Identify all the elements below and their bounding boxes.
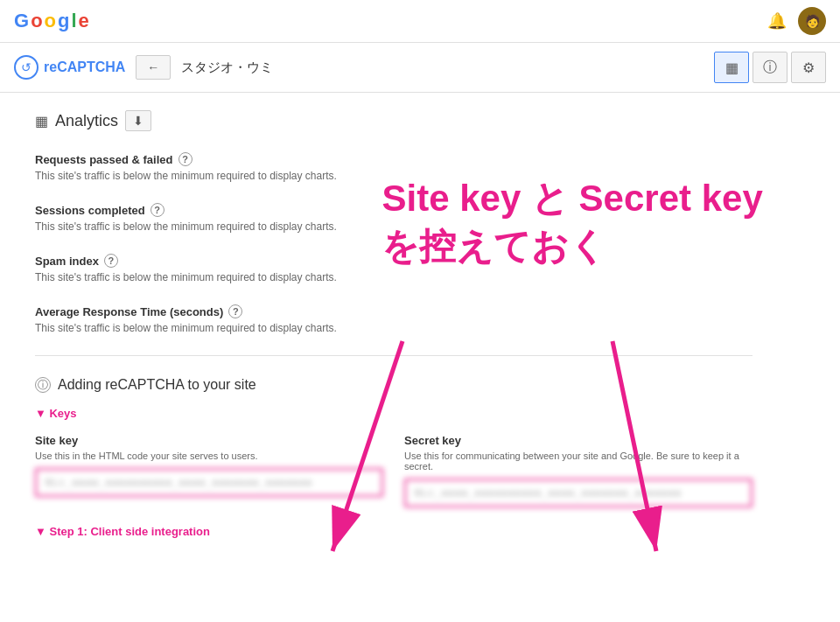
gear-icon: ⚙ bbox=[802, 59, 815, 76]
info-nav-button[interactable]: ⓘ bbox=[752, 52, 788, 83]
secret-key-desc: Use this for communicating between your … bbox=[404, 451, 752, 472]
info-icon-nav: ⓘ bbox=[763, 59, 777, 77]
site-key-input[interactable] bbox=[35, 468, 383, 497]
recaptcha-icon: ↺ bbox=[14, 55, 38, 80]
site-name: スタジオ・ウミ bbox=[181, 59, 273, 76]
keys-toggle[interactable]: ▼ Keys bbox=[35, 407, 752, 420]
secret-key-field: Secret key Use this for communicating be… bbox=[404, 434, 752, 507]
help-icon-response[interactable]: ? bbox=[228, 304, 242, 318]
logo-g: G bbox=[14, 10, 29, 32]
info-icon-adding: ⓘ bbox=[35, 377, 51, 393]
analytics-item-title-spam: Spam index ? bbox=[35, 254, 752, 268]
recaptcha-logo: ↺ reCAPTCHA bbox=[14, 55, 125, 80]
adding-section: ⓘ Adding reCAPTCHA to your site ▼ Keys S… bbox=[35, 377, 752, 538]
analytics-item-title-sessions: Sessions completed ? bbox=[35, 203, 752, 217]
analytics-header: ▦ Analytics ⬇ bbox=[35, 110, 752, 131]
secret-key-label: Secret key bbox=[404, 434, 752, 447]
avatar-image: 🧑 bbox=[805, 14, 820, 28]
analytics-item-title-requests: Requests passed & failed ? bbox=[35, 152, 752, 166]
divider bbox=[35, 355, 752, 356]
logo-o1: o bbox=[31, 10, 42, 32]
bar-chart-icon: ▦ bbox=[725, 59, 738, 76]
back-button[interactable]: ← bbox=[136, 55, 171, 80]
avatar[interactable]: 🧑 bbox=[798, 7, 826, 35]
adding-title: ⓘ Adding reCAPTCHA to your site bbox=[35, 377, 752, 393]
analytics-item-desc-requests: This site's traffic is below the minimum… bbox=[35, 170, 752, 182]
second-nav-right: ▦ ⓘ ⚙ bbox=[714, 52, 826, 83]
recaptcha-label: reCAPTCHA bbox=[44, 59, 125, 75]
secret-key-input[interactable] bbox=[404, 479, 752, 507]
analytics-bar-icon: ▦ bbox=[35, 113, 48, 129]
analytics-items: Requests passed & failed ? This site's t… bbox=[35, 152, 752, 334]
site-key-label: Site key bbox=[35, 434, 383, 447]
site-key-field: Site key Use this in the HTML code your … bbox=[35, 434, 383, 507]
analytics-item-desc-spam: This site's traffic is below the minimum… bbox=[35, 271, 752, 283]
keys-content: Site key Use this in the HTML code your … bbox=[35, 434, 752, 507]
second-nav: ↺ reCAPTCHA ← スタジオ・ウミ ▦ ⓘ ⚙ bbox=[0, 43, 840, 93]
help-icon-sessions[interactable]: ? bbox=[150, 203, 164, 217]
main-content: ▦ Analytics ⬇ Requests passed & failed ?… bbox=[0, 93, 788, 556]
logo-l: l bbox=[71, 10, 76, 32]
top-nav-right: 🔔 🧑 bbox=[763, 7, 826, 35]
top-nav-left: Google bbox=[14, 10, 89, 32]
help-icon-requests[interactable]: ? bbox=[178, 152, 192, 166]
analytics-item-response: Average Response Time (seconds) ? This s… bbox=[35, 304, 752, 334]
settings-nav-button[interactable]: ⚙ bbox=[791, 52, 826, 83]
help-icon-spam[interactable]: ? bbox=[104, 254, 118, 268]
download-button[interactable]: ⬇ bbox=[125, 110, 151, 131]
analytics-nav-button[interactable]: ▦ bbox=[714, 52, 749, 83]
analytics-item-spam: Spam index ? This site's traffic is belo… bbox=[35, 254, 752, 283]
recaptcha-checkmark: ↺ bbox=[21, 60, 32, 74]
analytics-item-desc-response: This site's traffic is below the minimum… bbox=[35, 322, 752, 334]
google-logo: Google bbox=[14, 10, 89, 32]
analytics-item-title-response: Average Response Time (seconds) ? bbox=[35, 304, 752, 318]
step1-toggle[interactable]: ▼ Step 1: Client side integration bbox=[35, 525, 752, 538]
analytics-item-desc-sessions: This site's traffic is below the minimum… bbox=[35, 220, 752, 233]
site-key-desc: Use this in the HTML code your site serv… bbox=[35, 451, 383, 461]
analytics-item-requests: Requests passed & failed ? This site's t… bbox=[35, 152, 752, 182]
logo-e: e bbox=[79, 10, 89, 32]
logo-o2: o bbox=[45, 10, 56, 32]
notification-button[interactable]: 🔔 bbox=[763, 7, 791, 35]
top-nav: Google 🔔 🧑 bbox=[0, 0, 840, 43]
bell-icon: 🔔 bbox=[767, 11, 787, 31]
logo-g2: g bbox=[58, 10, 69, 32]
second-nav-left: ↺ reCAPTCHA ← スタジオ・ウミ bbox=[14, 55, 273, 80]
analytics-title: Analytics bbox=[55, 112, 118, 130]
analytics-item-sessions: Sessions completed ? This site's traffic… bbox=[35, 203, 752, 233]
